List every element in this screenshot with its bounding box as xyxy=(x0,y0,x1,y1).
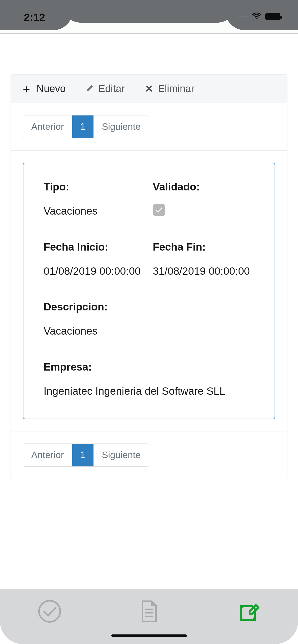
plus-icon: ＋ xyxy=(21,83,32,94)
descripcion-value: Vacaciones xyxy=(44,324,254,338)
x-icon: ✕ xyxy=(145,84,153,94)
tab-document[interactable] xyxy=(136,599,161,625)
fecha-inicio-label: Fecha Inicio: xyxy=(44,241,145,253)
tab-bar xyxy=(0,589,298,644)
pager-next[interactable]: Siguiente xyxy=(94,115,149,138)
clock-time: 2:12 xyxy=(24,11,45,23)
tab-check[interactable] xyxy=(37,599,62,625)
record-card[interactable]: Tipo: Vacaciones Validado: xyxy=(23,163,275,419)
tipo-value: Vacaciones xyxy=(44,204,145,218)
pager-bottom: Anterior 1 Siguiente xyxy=(23,444,149,467)
battery-icon xyxy=(265,13,280,20)
pencil-icon xyxy=(86,83,94,94)
descripcion-label: Descripcion: xyxy=(44,301,254,313)
edit-button[interactable]: Editar xyxy=(86,83,125,94)
pager-prev-bottom[interactable]: Anterior xyxy=(23,444,72,466)
pager-page-1[interactable]: 1 xyxy=(72,115,94,138)
home-indicator[interactable] xyxy=(111,634,187,637)
empresa-value: Ingeniatec Ingenieria del Software SLL xyxy=(44,384,254,398)
toolbar: ＋ Nuevo Editar ✕ Eliminar xyxy=(11,74,287,103)
fecha-inicio-value: 01/08/2019 00:00:00 xyxy=(44,264,145,278)
tipo-label: Tipo: xyxy=(44,181,145,193)
tab-compose[interactable] xyxy=(236,599,261,625)
new-button[interactable]: ＋ Nuevo xyxy=(21,83,66,94)
svg-point-1 xyxy=(39,601,60,622)
validado-label: Validado: xyxy=(153,181,255,193)
fecha-fin-label: Fecha Fin: xyxy=(153,241,255,253)
delete-button[interactable]: ✕ Eliminar xyxy=(145,83,194,94)
wifi-icon xyxy=(252,13,261,21)
validado-checkbox xyxy=(153,204,165,216)
status-bar: 2:12 xyxy=(0,0,298,34)
delete-label: Eliminar xyxy=(158,83,194,94)
main-panel: ＋ Nuevo Editar ✕ Eliminar Anterior 1 xyxy=(11,74,287,479)
pager-next-bottom[interactable]: Siguiente xyxy=(94,444,149,466)
svg-point-0 xyxy=(256,18,257,19)
pager-prev[interactable]: Anterior xyxy=(23,115,72,138)
pager-top: Anterior 1 Siguiente xyxy=(23,115,149,138)
signal-icon xyxy=(239,16,248,17)
edit-label: Editar xyxy=(98,83,125,94)
pager-page-1-bottom[interactable]: 1 xyxy=(72,444,94,466)
new-label: Nuevo xyxy=(37,83,66,94)
fecha-fin-value: 31/08/2019 00:00:00 xyxy=(153,264,255,278)
empresa-label: Empresa: xyxy=(44,361,254,373)
